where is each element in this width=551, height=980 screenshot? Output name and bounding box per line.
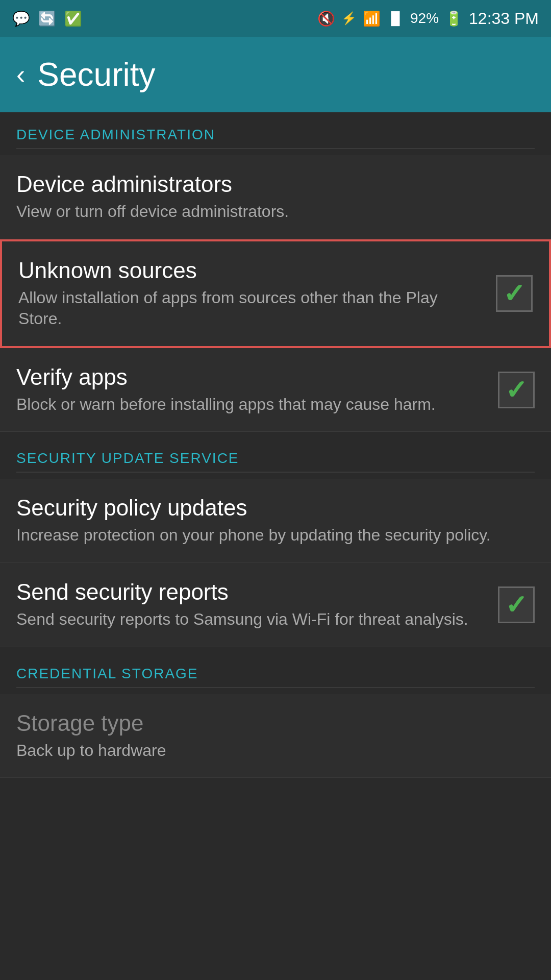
page-header: ‹ Security [0, 37, 551, 112]
section-header-credential-storage: CREDENTIAL STORAGE [0, 651, 551, 694]
settings-item-device-administrators[interactable]: Device administrators View or turn off d… [0, 155, 551, 239]
item-text-security-policy-updates: Security policy updates Increase protect… [16, 495, 535, 546]
item-subtitle-storage-type: Back up to hardware [16, 740, 522, 762]
settings-item-unknown-sources[interactable]: Unknown sources Allow installation of ap… [0, 239, 551, 348]
signal-icon: ▐▌ [387, 11, 404, 26]
app-icon-1: 💬 [12, 10, 30, 27]
item-title-send-security-reports: Send security reports [16, 579, 486, 605]
item-subtitle-verify-apps: Block or warn before installing apps tha… [16, 394, 486, 415]
item-text-verify-apps: Verify apps Block or warn before install… [16, 364, 498, 415]
section-header-device-administration: DEVICE ADMINISTRATION [0, 112, 551, 155]
mute-icon: 🔇 [317, 10, 335, 27]
item-text-send-security-reports: Send security reports Send security repo… [16, 579, 498, 630]
app-icon-2: 🔄 [38, 10, 56, 27]
checkmark-unknown-sources: ✓ [503, 280, 525, 307]
item-text-device-administrators: Device administrators View or turn off d… [16, 172, 535, 223]
item-title-device-administrators: Device administrators [16, 172, 522, 197]
item-text-unknown-sources: Unknown sources Allow installation of ap… [18, 258, 496, 330]
item-title-verify-apps: Verify apps [16, 364, 486, 390]
app-icon-3: ✅ [64, 10, 82, 27]
section-label-credential-storage: CREDENTIAL STORAGE [16, 666, 198, 681]
section-gap [0, 647, 551, 651]
item-text-storage-type: Storage type Back up to hardware [16, 710, 535, 762]
status-time: 12:33 PM [469, 9, 539, 28]
section-divider-security-update-service [16, 472, 535, 473]
battery-percent: 92% [410, 10, 439, 27]
item-title-storage-type: Storage type [16, 710, 522, 736]
item-title-security-policy-updates: Security policy updates [16, 495, 522, 521]
checkmark-send-security-reports: ✓ [505, 592, 528, 618]
section-label-security-update-service: SECURITY UPDATE SERVICE [16, 450, 239, 466]
settings-item-security-policy-updates[interactable]: Security policy updates Increase protect… [0, 479, 551, 563]
item-subtitle-unknown-sources: Allow installation of apps from sources … [18, 287, 484, 330]
section-gap [0, 432, 551, 436]
item-subtitle-security-policy-updates: Increase protection on your phone by upd… [16, 525, 522, 546]
item-subtitle-send-security-reports: Send security reports to Samsung via Wi-… [16, 609, 486, 630]
settings-item-verify-apps[interactable]: Verify apps Block or warn before install… [0, 348, 551, 432]
section-header-security-update-service: SECURITY UPDATE SERVICE [0, 436, 551, 479]
checkbox-verify-apps[interactable]: ✓ [498, 372, 535, 408]
section-divider-device-administration [16, 148, 535, 149]
section-label-device-administration: DEVICE ADMINISTRATION [16, 127, 215, 142]
checkmark-verify-apps: ✓ [505, 377, 528, 403]
settings-item-send-security-reports[interactable]: Send security reports Send security repo… [0, 563, 551, 647]
battery-icon: 🔋 [445, 10, 463, 27]
back-button[interactable]: ‹ [16, 61, 25, 88]
status-bar: 💬 🔄 ✅ 🔇 ⚡ 📶 ▐▌ 92% 🔋 12:33 PM [0, 0, 551, 37]
settings-item-storage-type[interactable]: Storage type Back up to hardware [0, 694, 551, 778]
status-bar-left-icons: 💬 🔄 ✅ [12, 10, 82, 27]
page-title: Security [37, 56, 155, 93]
item-title-unknown-sources: Unknown sources [18, 258, 484, 283]
item-subtitle-device-administrators: View or turn off device administrators. [16, 201, 522, 223]
status-bar-right-icons: 🔇 ⚡ 📶 ▐▌ 92% 🔋 12:33 PM [317, 9, 539, 28]
checkbox-send-security-reports[interactable]: ✓ [498, 586, 535, 623]
wifi-icon: 📶 [363, 10, 381, 27]
network-activity-icon: ⚡ [341, 11, 357, 26]
checkbox-unknown-sources[interactable]: ✓ [496, 275, 533, 312]
content-area: DEVICE ADMINISTRATION Device administrat… [0, 112, 551, 778]
section-divider-credential-storage [16, 687, 535, 688]
